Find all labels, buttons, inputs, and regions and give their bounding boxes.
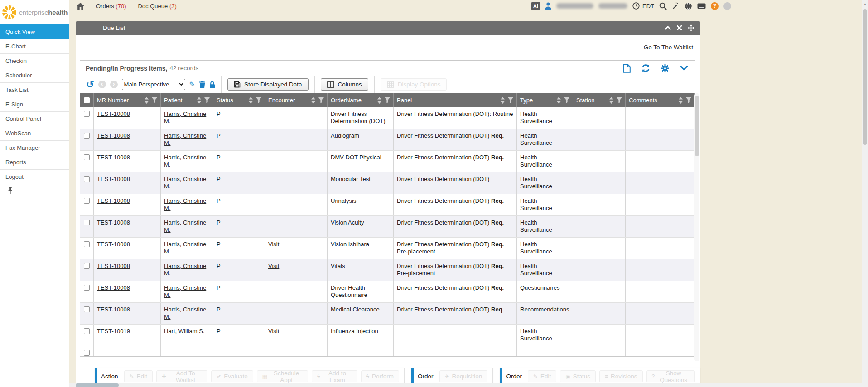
user-icon[interactable] (545, 2, 551, 10)
filter-icon[interactable] (686, 97, 691, 103)
row-checkbox[interactable] (84, 328, 90, 334)
page-vertical-scrollbar[interactable]: ▲ (862, 0, 868, 387)
sidebar-item-webscan[interactable]: WebScan (0, 126, 69, 140)
encounter-visit-link[interactable]: Visit (268, 328, 279, 334)
sort-icon[interactable] (679, 97, 683, 104)
patient-link[interactable]: Harris, Christine M. (164, 219, 206, 233)
delete-perspective-icon[interactable] (199, 81, 205, 88)
sidebar-item-e-sign[interactable]: E-Sign (0, 97, 69, 111)
sidebar-pin-button[interactable] (0, 184, 69, 197)
sidebar-item-scheduler[interactable]: Scheduler (0, 68, 69, 82)
sidebar-item-task-list[interactable]: Task List (0, 82, 69, 97)
table-vertical-scrollbar[interactable] (694, 93, 699, 361)
close-icon[interactable] (677, 25, 682, 30)
column-header-panel[interactable]: Panel (394, 93, 517, 107)
perspective-select[interactable]: Main Perspective (122, 79, 185, 90)
sidebar-item-e-chart[interactable]: E-Chart (0, 39, 69, 53)
row-checkbox[interactable] (84, 263, 90, 269)
avatar[interactable] (723, 2, 731, 10)
mr-number-link[interactable]: TEST-10008 (97, 241, 130, 248)
sidebar-item-control-panel[interactable]: Control Panel (0, 111, 69, 126)
mr-number-link[interactable]: TEST-10019 (97, 328, 130, 334)
mr-number-link[interactable]: TEST-10008 (97, 263, 130, 269)
column-header-status[interactable]: Status (213, 93, 265, 107)
mr-number-link[interactable]: TEST-10008 (97, 154, 130, 161)
sort-icon[interactable] (557, 97, 561, 104)
collapse-icon[interactable] (665, 26, 671, 30)
column-header-station[interactable]: Station (573, 93, 626, 107)
filter-icon[interactable] (152, 97, 157, 103)
row-checkbox[interactable] (84, 285, 90, 291)
column-header-encounter[interactable]: Encounter (265, 93, 328, 107)
lock-perspective-icon[interactable] (209, 81, 215, 88)
mr-number-link[interactable]: TEST-10008 (97, 176, 130, 182)
next-perspective-button[interactable]: › (110, 81, 118, 88)
help-icon[interactable]: ? (711, 2, 719, 10)
horizontal-scrollbar-thumb[interactable] (76, 383, 119, 387)
row-checkbox[interactable] (84, 176, 90, 182)
row-checkbox[interactable] (84, 306, 90, 312)
sort-icon[interactable] (311, 97, 315, 104)
row-checkbox[interactable] (84, 133, 90, 139)
sort-icon[interactable] (249, 97, 253, 104)
sidebar-item-reports[interactable]: Reports (0, 155, 69, 169)
move-icon[interactable] (688, 24, 694, 31)
sidebar-item-logout[interactable]: Logout (0, 169, 69, 184)
scroll-up-arrow[interactable]: ▲ (862, 0, 868, 6)
patient-link[interactable]: Harris, Christine M. (164, 241, 206, 255)
patient-link[interactable]: Harris, Christine M. (164, 263, 206, 277)
row-checkbox[interactable] (84, 220, 90, 225)
column-header-type[interactable]: Type (517, 93, 573, 107)
filter-icon[interactable] (564, 97, 569, 103)
column-header-comments[interactable]: Comments (626, 93, 695, 107)
filter-icon[interactable] (508, 97, 513, 103)
patient-link[interactable]: Hart, William S. (164, 328, 205, 334)
mr-number-link[interactable]: TEST-10008 (97, 132, 130, 139)
row-checkbox[interactable] (84, 241, 90, 247)
encounter-visit-link[interactable]: Visit (268, 263, 279, 269)
filter-icon[interactable] (385, 97, 390, 103)
patient-link[interactable]: Harris, Christine M. (164, 132, 206, 146)
nav-doc-queue[interactable]: Doc Queue (3) (138, 3, 176, 10)
keyboard-icon[interactable] (697, 3, 706, 9)
refresh-icon[interactable] (641, 64, 650, 72)
sidebar-item-fax-manager[interactable]: Fax Manager (0, 140, 69, 155)
patient-link[interactable]: Harris, Christine M. (164, 197, 206, 211)
globe-icon[interactable] (685, 2, 692, 10)
mr-number-link[interactable]: TEST-10008 (97, 197, 130, 204)
filter-icon[interactable] (617, 97, 622, 103)
prev-perspective-button[interactable]: ‹ (98, 81, 106, 88)
filter-icon[interactable] (318, 97, 324, 103)
mr-number-link[interactable]: TEST-10008 (97, 306, 130, 313)
sort-icon[interactable] (609, 97, 613, 104)
store-displayed-data-button[interactable]: Store Displayed Data (227, 78, 309, 91)
select-all-checkbox[interactable] (84, 97, 90, 103)
sort-icon[interactable] (377, 97, 381, 104)
mr-number-link[interactable]: TEST-10008 (97, 110, 130, 117)
settings-gear-icon[interactable] (661, 64, 669, 72)
mr-number-link[interactable]: TEST-10008 (97, 219, 130, 226)
row-checkbox[interactable] (84, 350, 90, 356)
filter-icon[interactable] (256, 97, 261, 103)
new-document-icon[interactable] (623, 64, 631, 73)
column-header-patient[interactable]: Patient (161, 93, 213, 107)
patient-link[interactable]: Harris, Christine M. (164, 154, 206, 168)
patient-link[interactable]: Harris, Christine M. (164, 110, 206, 124)
ai-badge[interactable]: AI (531, 2, 540, 10)
columns-button[interactable]: Columns (321, 78, 368, 91)
patient-link[interactable]: Harris, Christine M. (164, 176, 206, 190)
sort-icon[interactable] (145, 97, 149, 104)
row-checkbox[interactable] (84, 198, 90, 204)
home-icon[interactable] (77, 3, 84, 10)
sidebar-item-quick-view[interactable]: Quick View (0, 24, 69, 39)
undo-icon[interactable]: ↺ (86, 80, 94, 89)
chevron-down-icon[interactable] (680, 66, 688, 71)
row-checkbox[interactable] (84, 111, 90, 117)
sort-icon[interactable] (501, 97, 505, 104)
row-checkbox[interactable] (84, 154, 90, 160)
search-icon[interactable] (659, 2, 667, 10)
clock-icon[interactable] (632, 2, 640, 10)
go-to-waitlist-link[interactable]: Go To The Waitlist (644, 44, 693, 51)
sort-icon[interactable] (197, 97, 201, 104)
filter-icon[interactable] (204, 97, 210, 103)
